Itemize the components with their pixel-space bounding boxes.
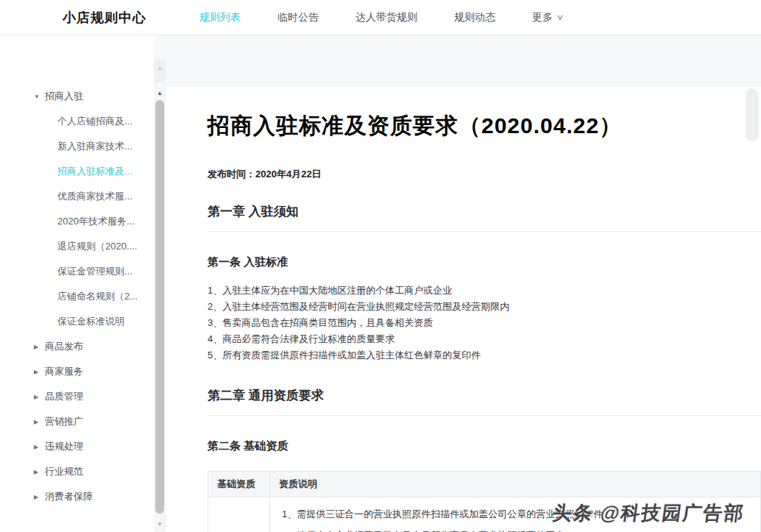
- caret-right-icon: ▶: [34, 344, 45, 350]
- sidebar-group-label: 违规处理: [45, 440, 83, 453]
- sidebar-item-label: 个人店铺招商及...: [57, 115, 132, 128]
- article-content: 招商入驻标准及资质要求（2020.04.22） 发布时间：2020年4月22日 …: [166, 87, 761, 532]
- scroll-down-icon[interactable]: ▼: [154, 521, 166, 528]
- sidebar-group-violation-handling[interactable]: ▶ 违规处理: [0, 434, 154, 459]
- sidebar-group-quality-management[interactable]: ▶ 品质管理: [0, 384, 154, 409]
- nav-tab-more-label: 更多: [532, 11, 553, 24]
- article2-heading: 第二条 基础资质: [208, 439, 761, 453]
- content-scrollbar-thumb[interactable]: [746, 88, 759, 141]
- caret-right-icon: ▶: [34, 469, 45, 475]
- scroll-up-icon[interactable]: ▲: [154, 90, 166, 96]
- rule-list: 1、入驻主体应为在中国大陆地区注册的个体工商户或企业 2、入驻主体经营范围及经营…: [208, 283, 761, 363]
- publish-date: 发布时间：2020年4月22日: [208, 168, 761, 181]
- sidebar-item[interactable]: 2020年技术服务...: [0, 209, 154, 234]
- article-title: 招商入驻标准及资质要求（2020.04.22）: [208, 112, 761, 140]
- nav-tab-rule-list[interactable]: 规则列表: [199, 11, 241, 24]
- rule-item: 3、售卖商品包含在招商类目范围内，且具备相关资质: [208, 315, 761, 331]
- sidebar-item[interactable]: 个人店铺招商及...: [0, 109, 154, 134]
- sidebar-scrollbar-thumb[interactable]: [155, 100, 164, 514]
- sidebar-item[interactable]: 退店规则（2020....: [0, 234, 154, 259]
- sidebar-item-label: 店铺命名规则（2...: [57, 290, 138, 303]
- table-header-basic-qualification: 基础资质: [208, 472, 270, 497]
- sidebar-item-label: 2020年技术服务...: [57, 215, 135, 228]
- caret-right-icon: ▶: [34, 419, 45, 425]
- rules-center-page: 小店规则中心 规则列表 临时公告 达人带货规则 规则动态 更多 ∨ ▼ 招商入驻…: [0, 0, 761, 532]
- sidebar-group-label: 行业规范: [45, 465, 83, 478]
- scroll-up-icon[interactable]: ▲: [157, 65, 163, 83]
- sidebar-group-label: 营销推广: [45, 415, 83, 428]
- rule-item: 4、商品必需符合法律及行业标准的质量要求: [208, 331, 761, 347]
- nav-tab-temp-announcements[interactable]: 临时公告: [277, 11, 319, 24]
- rule-item: 1、入驻主体应为在中国大陆地区注册的个体工商户或企业: [208, 283, 761, 299]
- sidebar-item[interactable]: 优质商家技术服...: [0, 184, 154, 209]
- caret-right-icon: ▶: [34, 369, 45, 375]
- sidebar-item-label: 新入驻商家技术...: [57, 140, 132, 153]
- nav-tab-more[interactable]: 更多 ∨: [532, 11, 563, 24]
- caret-right-icon: ▶: [34, 444, 45, 450]
- sidebar-item-label: 保证金标准说明: [57, 315, 124, 328]
- chevron-down-icon: ∨: [556, 13, 564, 22]
- qualification-name-cell: 营业执照: [208, 497, 270, 532]
- page-scrollbar-track[interactable]: ▲: [154, 59, 166, 83]
- article1-heading: 第一条 入驻标准: [208, 255, 761, 269]
- sidebar-group-label: 商品发布: [45, 340, 83, 353]
- sidebar-item-label: 退店规则（2020....: [57, 240, 137, 253]
- sidebar-item[interactable]: 店铺命名规则（2...: [0, 284, 154, 309]
- sidebar-group-label: 商家服务: [45, 365, 83, 378]
- sidebar-item[interactable]: 保证金标准说明: [0, 309, 154, 334]
- sidebar-item-label: 优质商家技术服...: [57, 190, 132, 203]
- table-header-row: 基础资质 资质说明: [208, 472, 761, 497]
- nav-tab-rule-updates[interactable]: 规则动态: [454, 11, 495, 24]
- sidebar: ▼ 招商入驻 个人店铺招商及... 新入驻商家技术... 招商入驻标准及... …: [0, 35, 154, 532]
- nav-tab-influencer-rules[interactable]: 达人带货规则: [355, 11, 417, 24]
- sidebar-group-marketing-promotion[interactable]: ▶ 营销推广: [0, 409, 154, 434]
- rule-item: 2、入驻主体经营范围及经营时间在营业执照规定经营范围及经营期限内: [208, 299, 761, 315]
- sidebar-item-active[interactable]: 招商入驻标准及...: [0, 159, 154, 184]
- sidebar-group-label: 品质管理: [45, 390, 83, 403]
- sidebar-item[interactable]: 新入驻商家技术...: [0, 134, 154, 159]
- sidebar-group-label: 消费者保障: [45, 490, 93, 503]
- chapter2-heading: 第二章 通用资质要求: [208, 387, 761, 416]
- caret-right-icon: ▶: [34, 394, 45, 400]
- watermark: 头条 @科技园广告部: [551, 500, 746, 526]
- sidebar-item[interactable]: 保证金管理规则...: [0, 259, 154, 284]
- sidebar-group-product-publishing[interactable]: ▶ 商品发布: [0, 334, 154, 359]
- sidebar-group-merchant-services[interactable]: ▶ 商家服务: [0, 359, 154, 384]
- chapter1-heading: 第一章 入驻须知: [208, 203, 761, 232]
- caret-down-icon: ▼: [34, 93, 45, 100]
- sidebar-group-label: 招商入驻: [45, 90, 83, 103]
- app-title: 小店规则中心: [63, 9, 146, 26]
- main-nav: 规则列表 临时公告 达人带货规则 规则动态 更多 ∨: [199, 11, 600, 24]
- table-header-qualification-description: 资质说明: [270, 472, 761, 497]
- sidebar-scrollbar[interactable]: ▲ ▼: [154, 86, 166, 532]
- rule-item: 5、所有资质需提供原件扫描件或加盖入驻主体红色鲜章的复印件: [208, 347, 761, 363]
- sidebar-item-label: 招商入驻标准及...: [57, 165, 132, 178]
- top-nav-bar: 小店规则中心 规则列表 临时公告 达人带货规则 规则动态 更多 ∨: [0, 0, 761, 35]
- sidebar-item-label: 保证金管理规则...: [57, 265, 132, 278]
- sidebar-group-industry-standards[interactable]: ▶ 行业规范: [0, 459, 154, 484]
- sidebar-group-consumer-protection[interactable]: ▶ 消费者保障: [0, 484, 154, 509]
- caret-right-icon: ▶: [34, 494, 45, 500]
- sidebar-group-merchant-onboarding[interactable]: ▼ 招商入驻: [0, 84, 154, 109]
